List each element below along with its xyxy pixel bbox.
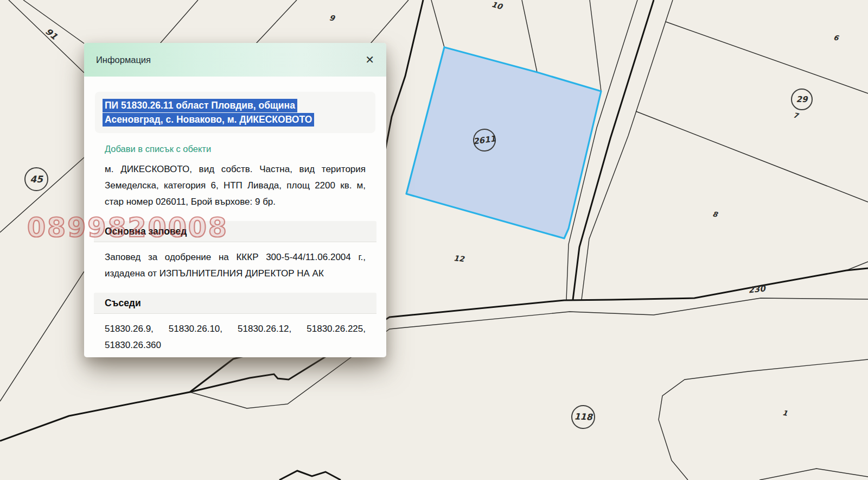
parcel-number-29: 29 xyxy=(792,89,812,110)
parcel-number-10: 10 xyxy=(490,0,503,11)
add-to-list-link[interactable]: Добави в списък с обекти xyxy=(105,144,366,154)
parcel-number-91: 91 xyxy=(43,26,59,42)
parcel-boundary-line xyxy=(371,0,409,43)
parcel-title-panel[interactable]: ПИ 51830.26.11 област Пловдив, община Ас… xyxy=(95,92,375,133)
parcel-boundary-line xyxy=(522,0,537,72)
svg-text:9: 9 xyxy=(329,13,336,23)
parcel-boundary-line xyxy=(666,22,868,93)
close-icon[interactable]: ✕ xyxy=(365,54,374,65)
parcel-boundary-line xyxy=(0,271,84,401)
selected-parcel-polygon[interactable] xyxy=(406,47,601,238)
svg-text:118: 118 xyxy=(574,411,593,422)
dialog-header: Информация ✕ xyxy=(84,43,386,77)
parcel-number-7: 7 xyxy=(793,111,800,120)
parcel-boundary-line xyxy=(760,469,868,480)
neighbors-text: 51830.26.9, 51830.26.10, 51830.26.12, 51… xyxy=(105,321,366,353)
main-order-text: Заповед за одобрение на КККР 300-5-44/11… xyxy=(105,249,366,282)
svg-text:45: 45 xyxy=(30,174,43,185)
parcel-number-8: 8 xyxy=(712,210,719,219)
svg-text:29: 29 xyxy=(796,94,808,104)
info-dialog: Информация ✕ ПИ 51830.26.11 област Пловд… xyxy=(84,43,386,357)
svg-text:10: 10 xyxy=(490,0,503,11)
section-heading-main-order: Основна заповед xyxy=(94,221,376,242)
svg-text:230: 230 xyxy=(748,283,767,295)
parcel-number-118: 118 xyxy=(571,405,595,428)
parcel-boundary-line xyxy=(431,0,444,47)
parcel-boundary-line xyxy=(590,0,601,91)
svg-text:6: 6 xyxy=(833,33,840,42)
parcel-boundary-line xyxy=(160,0,198,43)
svg-text:7: 7 xyxy=(793,111,800,120)
dialog-title: Информация xyxy=(96,55,151,65)
cadastral-map-app: 91 9 10 6 29 7 45 2611 8 12 230 118 1 xyxy=(0,0,868,480)
parcel-number-12: 12 xyxy=(453,254,465,263)
parcel-description: м. ДИКЕСКОВОТО, вид собств. Частна, вид … xyxy=(105,161,366,210)
dialog-body: ПИ 51830.26.11 област Пловдив, община Ас… xyxy=(84,92,386,353)
road-line xyxy=(279,471,341,480)
section-heading-neighbors: Съседи xyxy=(94,293,376,314)
svg-text:8: 8 xyxy=(712,210,719,219)
parcel-number-230: 230 xyxy=(748,283,767,295)
parcel-number-45: 45 xyxy=(25,168,48,191)
parcel-number-9: 9 xyxy=(329,13,336,23)
svg-text:91: 91 xyxy=(43,26,59,42)
svg-text:12: 12 xyxy=(453,254,465,263)
parcel-boundary-line xyxy=(659,359,868,480)
parcel-title-line1: ПИ 51830.26.11 област Пловдив, община xyxy=(103,99,297,112)
parcel-number-6: 6 xyxy=(833,33,840,42)
parcel-title-line2: Асеновград, с. Новаково, м. ДИКЕСКОВОТО xyxy=(103,113,314,127)
parcel-boundary-line xyxy=(636,111,868,202)
parcel-boundary-line xyxy=(256,0,297,43)
parcel-number-1: 1 xyxy=(782,408,788,417)
svg-text:1: 1 xyxy=(782,408,788,417)
